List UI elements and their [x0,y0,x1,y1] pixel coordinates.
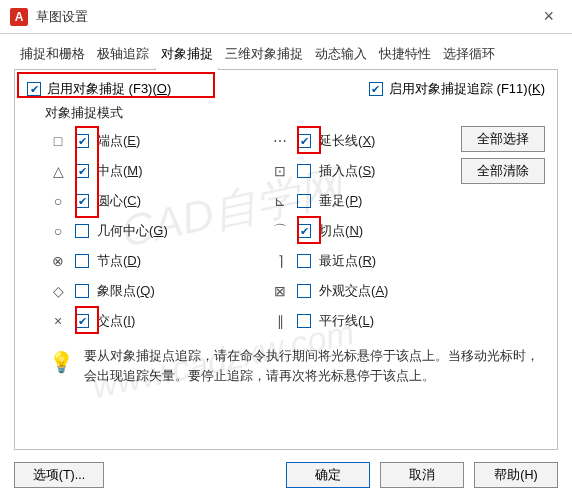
osnap-checkbox[interactable]: ✔ [297,134,311,148]
osnap-label: 切点(N) [319,222,363,240]
osnap-label: 最近点(R) [319,252,376,270]
osnap-symbol-icon: ◇ [49,283,67,299]
osnap-checkbox[interactable]: ✔ [75,254,89,268]
tab-2[interactable]: 对象捕捉 [155,42,219,69]
window-title: 草图设置 [36,8,88,26]
osnap-option: ⊡✔插入点(S) [249,156,453,186]
osnap-symbol-icon: × [49,313,67,329]
osnap-option: ⋯✔延长线(X) [249,126,453,156]
osnap-option: ∥✔平行线(L) [249,306,453,336]
options-button[interactable]: 选项(T)... [14,462,104,488]
ok-button[interactable]: 确定 [286,462,370,488]
app-logo-icon: A [10,8,28,26]
osnap-label: 象限点(Q) [97,282,155,300]
osnap-option: ⊾✔垂足(P) [249,186,453,216]
enable-track-checkbox[interactable]: ✔ [369,82,383,96]
osnap-label: 外观交点(A) [319,282,388,300]
osnap-symbol-icon: ○ [49,223,67,239]
osnap-option: □✔端点(E) [27,126,241,156]
osnap-symbol-icon: ⊡ [271,163,289,179]
osnap-label: 端点(E) [97,132,140,150]
osnap-option: ○✔几何中心(G) [27,216,241,246]
osnap-label: 平行线(L) [319,312,374,330]
osnap-symbol-icon: ○ [49,193,67,209]
tab-0[interactable]: 捕捉和栅格 [14,42,91,69]
cancel-button[interactable]: 取消 [380,462,464,488]
help-button[interactable]: 帮助(H) [474,462,558,488]
enable-osnap-label: 启用对象捕捉 (F3)(O) [47,80,171,98]
osnap-symbol-icon: ⌉ [271,253,289,269]
osnap-symbol-icon: ⌒ [271,222,289,240]
osnap-checkbox[interactable]: ✔ [75,284,89,298]
osnap-option: ○✔圆心(C) [27,186,241,216]
osnap-checkbox[interactable]: ✔ [297,284,311,298]
hint-text: 要从对象捕捉点追踪，请在命令执行期间将光标悬停于该点上。当移动光标时，会出现追踪… [84,346,539,386]
osnap-checkbox[interactable]: ✔ [75,164,89,178]
osnap-checkbox[interactable]: ✔ [297,164,311,178]
osnap-label: 插入点(S) [319,162,375,180]
osnap-checkbox[interactable]: ✔ [75,224,89,238]
enable-osnap-checkbox[interactable]: ✔ [27,82,41,96]
tab-3[interactable]: 三维对象捕捉 [219,42,309,69]
tab-4[interactable]: 动态输入 [309,42,373,69]
osnap-checkbox[interactable]: ✔ [75,314,89,328]
osnap-checkbox[interactable]: ✔ [297,314,311,328]
osnap-label: 垂足(P) [319,192,362,210]
osnap-checkbox[interactable]: ✔ [297,194,311,208]
modes-heading: 对象捕捉模式 [45,104,545,122]
clear-all-button[interactable]: 全部清除 [461,158,545,184]
osnap-option: △✔中点(M) [27,156,241,186]
osnap-label: 延长线(X) [319,132,375,150]
osnap-checkbox[interactable]: ✔ [75,194,89,208]
osnap-symbol-icon: ⊗ [49,253,67,269]
osnap-checkbox[interactable]: ✔ [297,254,311,268]
osnap-symbol-icon: ⋯ [271,133,289,149]
osnap-option: ⌒✔切点(N) [249,216,453,246]
osnap-label: 几何中心(G) [97,222,168,240]
tab-1[interactable]: 极轴追踪 [91,42,155,69]
osnap-option: ⌉✔最近点(R) [249,246,453,276]
osnap-label: 节点(D) [97,252,141,270]
osnap-checkbox[interactable]: ✔ [297,224,311,238]
osnap-option: ×✔交点(I) [27,306,241,336]
osnap-label: 交点(I) [97,312,135,330]
osnap-option: ⊗✔节点(D) [27,246,241,276]
osnap-option: ⊠✔外观交点(A) [249,276,453,306]
close-button[interactable]: × [535,6,562,27]
osnap-label: 圆心(C) [97,192,141,210]
osnap-option: ◇✔象限点(Q) [27,276,241,306]
osnap-symbol-icon: ⊠ [271,283,289,299]
tab-5[interactable]: 快捷特性 [373,42,437,69]
osnap-checkbox[interactable]: ✔ [75,134,89,148]
select-all-button[interactable]: 全部选择 [461,126,545,152]
osnap-symbol-icon: □ [49,133,67,149]
osnap-label: 中点(M) [97,162,143,180]
osnap-symbol-icon: △ [49,163,67,179]
lightbulb-icon: 💡 [49,346,74,386]
osnap-symbol-icon: ⊾ [271,193,289,209]
tab-6[interactable]: 选择循环 [437,42,501,69]
enable-track-label: 启用对象捕捉追踪 (F11)(K) [389,80,545,98]
osnap-symbol-icon: ∥ [271,313,289,329]
